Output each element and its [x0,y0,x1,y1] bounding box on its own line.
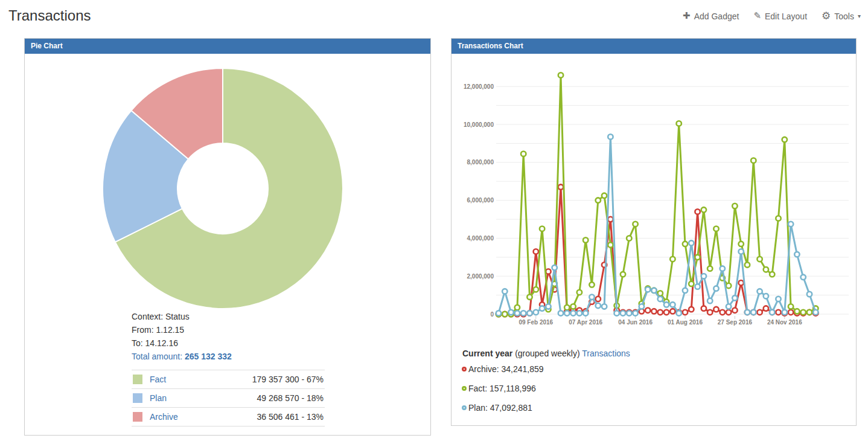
data-point-fact[interactable] [794,309,799,314]
data-point-plan[interactable] [651,288,656,293]
data-point-archive[interactable] [546,269,550,274]
data-point-archive[interactable] [739,280,744,285]
data-point-fact[interactable] [621,272,625,277]
data-point-plan[interactable] [564,310,569,315]
data-point-archive[interactable] [670,309,675,314]
data-point-archive[interactable] [764,306,768,310]
data-point-fact[interactable] [515,305,520,310]
data-point-plan[interactable] [515,310,520,315]
line-chart[interactable]: 02,000,0004,000,0006,000,0008,000,00010,… [452,54,856,335]
data-point-archive[interactable] [664,310,669,315]
data-point-archive[interactable] [608,217,613,222]
data-point-archive[interactable] [683,310,688,315]
data-point-fact[interactable] [583,237,588,242]
data-point-plan[interactable] [614,310,619,315]
data-point-fact[interactable] [713,227,718,231]
data-point-fact[interactable] [521,152,526,156]
data-point-plan[interactable] [713,286,718,291]
data-point-archive[interactable] [689,307,694,312]
data-point-fact[interactable] [677,121,681,126]
data-point-fact[interactable] [782,137,787,142]
data-point-plan[interactable] [508,310,513,315]
data-point-plan[interactable] [782,310,787,315]
data-point-fact[interactable] [540,227,544,231]
edit-layout-button[interactable]: ✎ Edit Layout [753,11,807,21]
legend-entry-fact[interactable]: Fact: 157,118,996 [462,384,536,393]
data-point-fact[interactable] [788,304,793,309]
data-point-fact[interactable] [633,222,637,227]
data-point-archive[interactable] [658,310,663,315]
data-point-plan[interactable] [732,295,737,300]
pie-gadget-header[interactable]: Pie Chart [25,39,430,54]
data-point-fact[interactable] [770,272,774,277]
data-point-plan[interactable] [527,310,532,315]
data-point-plan[interactable] [807,292,812,297]
data-point-plan[interactable] [726,304,731,309]
data-point-plan[interactable] [570,310,575,315]
data-point-fact[interactable] [558,72,563,77]
data-point-archive[interactable] [713,307,718,312]
data-point-plan[interactable] [534,310,538,315]
data-point-plan[interactable] [639,304,644,309]
data-point-fact[interactable] [570,304,575,309]
add-gadget-button[interactable]: ✚ Add Gadget [683,11,739,21]
data-point-plan[interactable] [764,294,768,298]
data-point-plan[interactable] [683,288,688,293]
data-point-fact[interactable] [589,282,594,287]
data-point-archive[interactable] [720,310,725,315]
data-point-archive[interactable] [757,310,762,315]
data-point-archive[interactable] [651,309,656,314]
data-point-fact[interactable] [627,236,631,240]
data-point-plan[interactable] [596,303,601,308]
data-point-archive[interactable] [726,310,731,315]
data-point-plan[interactable] [794,252,799,257]
data-point-archive[interactable] [732,308,737,313]
data-point-plan[interactable] [788,222,793,227]
data-point-plan[interactable] [621,310,625,315]
legend-entry-plan[interactable]: Plan: 47,092,881 [462,403,532,413]
data-point-plan[interactable] [701,274,706,278]
data-point-plan[interactable] [813,310,818,315]
data-point-plan[interactable] [558,310,563,315]
data-point-fact[interactable] [745,262,750,267]
legend-link-fact[interactable]: Fact [150,375,166,384]
data-point-fact[interactable] [776,216,780,220]
line-gadget-header[interactable]: Transactions Chart [452,39,856,54]
data-point-fact[interactable] [701,207,706,212]
data-point-plan[interactable] [720,266,725,271]
data-point-plan[interactable] [608,134,613,139]
data-point-plan[interactable] [745,310,750,315]
data-point-fact[interactable] [683,242,688,246]
data-point-plan[interactable] [645,287,650,292]
data-point-plan[interactable] [751,310,756,315]
data-point-plan[interactable] [540,306,544,310]
data-point-fact[interactable] [577,290,582,295]
data-point-plan[interactable] [602,304,607,309]
data-point-plan[interactable] [577,310,582,315]
data-point-plan[interactable] [496,310,501,315]
data-point-fact[interactable] [801,310,806,315]
legend-link-archive[interactable]: Archive [150,412,178,422]
data-point-fact[interactable] [564,305,569,310]
data-point-fact[interactable] [608,242,613,247]
tools-menu-button[interactable]: ⚙ Tools ▾ [822,11,861,21]
data-point-plan[interactable] [664,302,669,307]
data-point-plan[interactable] [707,298,712,303]
data-point-plan[interactable] [670,302,675,307]
data-point-fact[interactable] [726,283,731,288]
data-point-plan[interactable] [677,310,681,315]
data-point-plan[interactable] [695,284,700,289]
data-point-archive[interactable] [776,310,780,315]
data-point-fact[interactable] [732,204,737,208]
data-point-fact[interactable] [602,193,607,198]
data-point-fact[interactable] [527,295,532,300]
transactions-link[interactable]: Transactions [582,349,630,358]
data-point-plan[interactable] [633,310,637,315]
data-point-fact[interactable] [695,255,700,260]
data-point-archive[interactable] [534,249,538,254]
data-point-archive[interactable] [788,310,793,315]
data-point-fact[interactable] [764,267,768,272]
data-point-fact[interactable] [751,158,756,163]
data-point-archive[interactable] [558,184,563,189]
legend-link-plan[interactable]: Plan [150,393,167,403]
